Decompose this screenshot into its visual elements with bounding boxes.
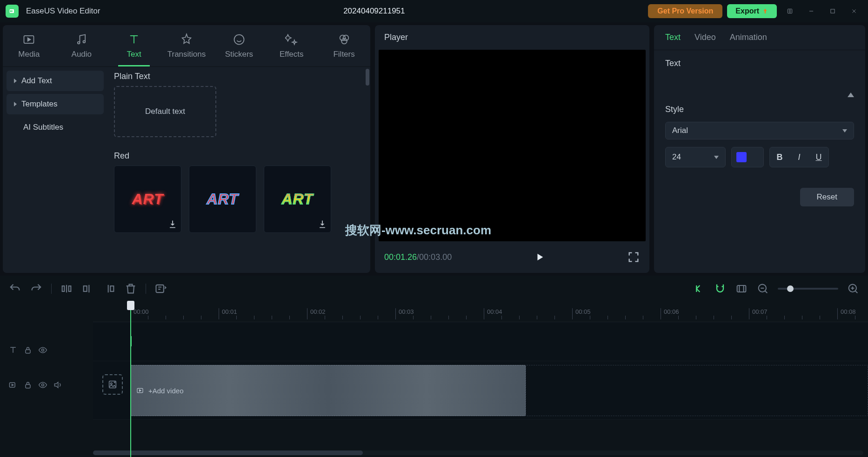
play-icon bbox=[136, 387, 144, 394]
font-family-select[interactable]: Arial bbox=[665, 122, 854, 139]
watermark: 搜软网-www.secruan.com bbox=[345, 222, 491, 238]
download-icon[interactable] bbox=[318, 219, 327, 229]
svg-point-15 bbox=[234, 34, 244, 44]
tab-stickers[interactable]: Stickers bbox=[213, 25, 265, 66]
tab-media[interactable]: Media bbox=[3, 25, 55, 66]
settings-icon[interactable] bbox=[781, 3, 798, 20]
timeline-toolbar bbox=[0, 276, 868, 302]
speaker-icon[interactable] bbox=[53, 380, 62, 390]
clip-label: +Add video bbox=[148, 387, 183, 395]
collapse-icon[interactable] bbox=[848, 93, 854, 97]
close-button[interactable] bbox=[846, 3, 862, 20]
sidebar-item-add-text[interactable]: Add Text bbox=[7, 71, 104, 91]
tracks-area[interactable]: 00:0000:0100:0200:0300:0400:0500:0600:07… bbox=[93, 302, 868, 457]
split-button[interactable] bbox=[60, 282, 73, 295]
zoom-in-button[interactable] bbox=[847, 282, 860, 295]
svg-marker-47 bbox=[140, 390, 141, 391]
tab-audio-label: Audio bbox=[72, 50, 92, 59]
text-label: Text bbox=[665, 59, 854, 68]
text-track[interactable] bbox=[93, 322, 868, 361]
ruler[interactable]: 00:0000:0100:0200:0300:0400:0500:0600:07… bbox=[93, 302, 868, 322]
sidebar-item-ai-subtitles[interactable]: AI Subtitles bbox=[7, 117, 104, 138]
scrollbar-thumb[interactable] bbox=[366, 69, 369, 86]
svg-marker-19 bbox=[537, 254, 543, 261]
svg-line-37 bbox=[855, 291, 858, 293]
undo-button[interactable] bbox=[8, 282, 21, 295]
svg-point-14 bbox=[83, 40, 86, 43]
tab-effects[interactable]: Effects bbox=[265, 25, 318, 66]
assets-panel: Media Audio Text Transitions Stickers Ef… bbox=[3, 25, 370, 273]
color-select[interactable] bbox=[731, 147, 764, 167]
divider bbox=[51, 284, 52, 294]
tab-text[interactable]: Text bbox=[108, 25, 160, 66]
svg-point-43 bbox=[42, 384, 44, 386]
reset-button[interactable]: Reset bbox=[800, 188, 854, 206]
underline-button[interactable]: U bbox=[809, 147, 828, 167]
eye-icon[interactable] bbox=[38, 380, 47, 390]
timeline: 00:0000:0100:0200:0300:0400:0500:0600:07… bbox=[0, 276, 868, 457]
zoom-thumb[interactable] bbox=[787, 285, 794, 292]
tab-transitions[interactable]: Transitions bbox=[160, 25, 213, 66]
section-red: Red bbox=[114, 151, 364, 161]
size-value: 24 bbox=[672, 152, 681, 162]
fit-button[interactable] bbox=[735, 282, 748, 295]
asset-art-red[interactable]: ART bbox=[114, 166, 181, 233]
style-label: Style bbox=[665, 105, 854, 114]
inspector-tabs: Text Video Animation bbox=[654, 25, 865, 50]
app-icon bbox=[6, 5, 19, 18]
fullscreen-button[interactable] bbox=[627, 251, 640, 264]
text-sidebar: Add Text Templates AI Subtitles bbox=[3, 67, 107, 273]
crop-left-button[interactable] bbox=[81, 282, 94, 295]
magnet-button[interactable] bbox=[714, 282, 727, 295]
crop-right-button[interactable] bbox=[103, 282, 116, 295]
zoom-out-button[interactable] bbox=[756, 282, 769, 295]
text-track-header bbox=[0, 340, 93, 360]
asset-art-blue[interactable]: ART bbox=[189, 166, 256, 233]
svg-point-13 bbox=[78, 41, 80, 44]
inspector-tab-video[interactable]: Video bbox=[694, 33, 716, 42]
player-viewport[interactable]: 搜软网-www.secruan.com bbox=[379, 50, 646, 241]
tab-filters[interactable]: Filters bbox=[318, 25, 370, 66]
export-button[interactable]: Export bbox=[727, 4, 777, 18]
font-size-select[interactable]: 24 bbox=[665, 147, 726, 167]
minimize-button[interactable] bbox=[803, 3, 820, 20]
asset-default-text[interactable]: Default text bbox=[114, 86, 216, 137]
assets-area: Plain Text Default text Red ART ART ART bbox=[107, 67, 370, 273]
inspector-tab-text[interactable]: Text bbox=[665, 33, 681, 42]
chevron-right-icon bbox=[14, 79, 17, 83]
svg-rect-20 bbox=[62, 286, 65, 291]
player-panel: Player 搜软网-www.secruan.com 00:01.26/00:0… bbox=[375, 25, 649, 273]
bold-button[interactable]: B bbox=[770, 147, 789, 167]
tab-media-label: Media bbox=[18, 50, 40, 59]
zoom-slider[interactable] bbox=[778, 288, 838, 290]
eye-icon[interactable] bbox=[38, 345, 47, 355]
svg-rect-8 bbox=[831, 9, 835, 13]
asset-art-rainbow[interactable]: ART bbox=[264, 166, 331, 233]
lock-icon[interactable] bbox=[23, 345, 33, 355]
lock-icon[interactable] bbox=[23, 380, 33, 390]
video-track[interactable]: +Add video bbox=[93, 361, 868, 420]
add-media-button[interactable] bbox=[102, 374, 123, 395]
play-button[interactable] bbox=[530, 248, 549, 266]
speech-to-text-button[interactable] bbox=[154, 282, 167, 295]
tab-audio[interactable]: Audio bbox=[55, 25, 108, 66]
maximize-button[interactable] bbox=[824, 3, 841, 20]
playhead[interactable] bbox=[130, 302, 131, 457]
mark-in-button[interactable] bbox=[692, 282, 705, 295]
track-placeholder bbox=[526, 365, 868, 416]
sidebar-item-templates[interactable]: Templates bbox=[7, 94, 104, 114]
italic-button[interactable]: I bbox=[789, 147, 809, 167]
video-clip[interactable]: +Add video bbox=[130, 365, 526, 416]
sidebar-label: Add Text bbox=[21, 76, 52, 86]
get-pro-button[interactable]: Get Pro Version bbox=[648, 4, 722, 18]
scrollbar-thumb[interactable] bbox=[93, 450, 363, 455]
total-time: 00:03.00 bbox=[419, 252, 452, 262]
delete-button[interactable] bbox=[124, 282, 137, 295]
svg-rect-21 bbox=[69, 286, 71, 291]
horizontal-scrollbar[interactable] bbox=[93, 450, 863, 455]
redo-button[interactable] bbox=[30, 282, 43, 295]
tab-text-label: Text bbox=[127, 50, 141, 59]
inspector-tab-animation[interactable]: Animation bbox=[730, 33, 767, 42]
track-headers bbox=[0, 302, 93, 457]
download-icon[interactable] bbox=[168, 219, 177, 229]
